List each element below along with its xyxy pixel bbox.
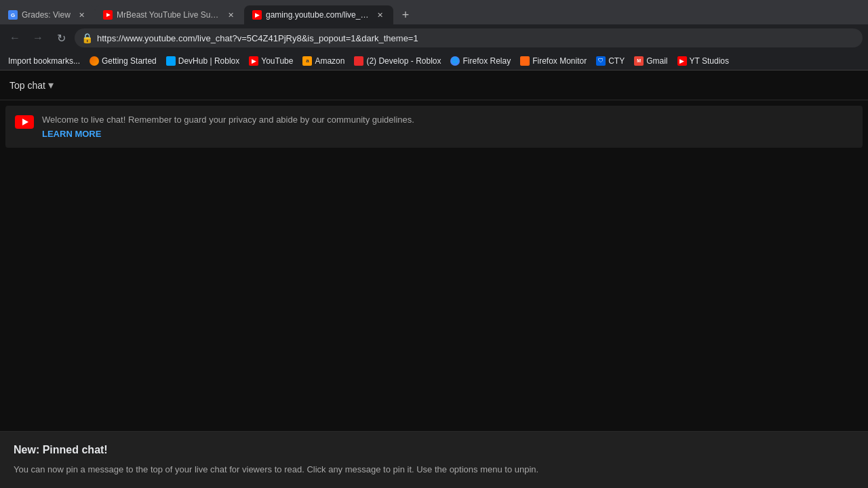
refresh-button[interactable]: ↻	[52, 28, 71, 47]
bookmark-amazon[interactable]: a Amazon	[298, 55, 349, 67]
bookmark-youtube-favicon: ▶	[249, 56, 258, 66]
bookmark-import-label: Import bookmarks...	[8, 56, 80, 66]
url-display: https://www.youtube.com/live_chat?v=5C4Z…	[97, 33, 856, 43]
tab-grades-title: Grades: View	[22, 10, 72, 20]
bookmark-firefox-monitor-label: Firefox Monitor	[532, 56, 587, 66]
top-chat-selector[interactable]: Top chat ▾	[9, 79, 54, 92]
youtube-logo-icon	[15, 115, 34, 129]
bookmark-cty-favicon: 🛡	[596, 56, 606, 66]
bookmark-getting-started[interactable]: Getting Started	[85, 55, 161, 67]
bookmark-devhub-label: DevHub | Roblox	[178, 56, 240, 66]
forward-button[interactable]: →	[28, 28, 47, 47]
bookmark-getting-started-label: Getting Started	[102, 56, 157, 66]
bookmark-gmail[interactable]: M Gmail	[630, 55, 671, 67]
tab-gaming-close[interactable]: ✕	[374, 9, 385, 20]
welcome-text-container: Welcome to live chat! Remember to guard …	[42, 114, 853, 140]
bookmark-yt-studios-label: YT Studios	[690, 56, 729, 66]
tab-mrbeast-title: MrBeast YouTube Live Subscri...	[117, 10, 221, 20]
welcome-banner: Welcome to live chat! Remember to guard …	[5, 106, 863, 148]
welcome-message-text: Welcome to live chat! Remember to guard …	[42, 114, 853, 126]
bookmark-getting-started-favicon	[90, 56, 99, 66]
bookmark-cty-label: CTY	[608, 56, 625, 66]
tab-mrbeast-close[interactable]: ✕	[225, 9, 236, 20]
bookmark-import[interactable]: Import bookmarks...	[4, 55, 84, 67]
bookmark-develop-roblox-label: (2) Develop - Roblox	[366, 56, 441, 66]
tab-grades-favicon: G	[8, 10, 18, 20]
bookmark-firefox-relay-label: Firefox Relay	[462, 56, 511, 66]
bookmark-firefox-relay[interactable]: 🌐 Firefox Relay	[446, 55, 515, 67]
tab-bar: G Grades: View ✕ ▶ MrBeast YouTube Live …	[0, 0, 868, 24]
tab-gaming-favicon: ▶	[252, 10, 262, 20]
learn-more-link[interactable]: LEARN MORE	[42, 129, 101, 139]
security-icon: 🔒	[81, 33, 93, 43]
page-content: Top chat ▾ Welcome to live chat! Remembe…	[0, 70, 868, 488]
bookmark-devhub[interactable]: DevHub | Roblox	[162, 55, 244, 67]
bookmark-amazon-label: Amazon	[315, 56, 344, 66]
bookmark-amazon-favicon: a	[302, 56, 312, 66]
bookmark-devhub-favicon	[166, 56, 176, 66]
bookmark-youtube[interactable]: ▶ YouTube	[245, 55, 297, 67]
new-tab-button[interactable]: +	[396, 5, 415, 24]
tab-grades[interactable]: G Grades: View ✕	[0, 5, 95, 24]
bookmark-firefox-relay-favicon: 🌐	[450, 56, 460, 66]
pinned-chat-description: You can now pin a message to the top of …	[14, 463, 854, 476]
bookmark-youtube-label: YouTube	[261, 56, 293, 66]
tab-gaming-title: gaming.youtube.com/live_chat...	[266, 10, 370, 20]
address-bar[interactable]: 🔒 https://www.youtube.com/live_chat?v=5C…	[75, 28, 863, 47]
bookmark-yt-studios[interactable]: ▶ YT Studios	[673, 55, 733, 67]
tab-mrbeast[interactable]: ▶ MrBeast YouTube Live Subscri... ✕	[95, 5, 244, 24]
browser-window: G Grades: View ✕ ▶ MrBeast YouTube Live …	[0, 0, 868, 488]
tab-mrbeast-favicon: ▶	[103, 10, 113, 20]
bookmark-gmail-label: Gmail	[646, 56, 667, 66]
bookmarks-bar: Import bookmarks... Getting Started DevH…	[0, 52, 868, 70]
back-button[interactable]: ←	[5, 28, 24, 47]
pinned-chat-title: New: Pinned chat!	[14, 444, 854, 456]
bookmark-cty[interactable]: 🛡 CTY	[592, 55, 629, 67]
bookmark-yt-studios-favicon: ▶	[677, 56, 687, 66]
nav-bar: ← → ↻ 🔒 https://www.youtube.com/live_cha…	[0, 24, 868, 52]
tab-grades-close[interactable]: ✕	[76, 9, 87, 20]
bookmark-develop-roblox[interactable]: (2) Develop - Roblox	[350, 55, 445, 67]
bookmark-gmail-favicon: M	[634, 56, 644, 66]
top-chat-header: Top chat ▾	[0, 70, 868, 100]
bookmark-firefox-monitor[interactable]: Firefox Monitor	[516, 55, 591, 67]
pinned-chat-panel: New: Pinned chat! You can now pin a mess…	[0, 431, 868, 489]
bookmark-firefox-monitor-favicon	[520, 56, 530, 66]
top-chat-label-text: Top chat	[9, 80, 45, 91]
tab-gaming[interactable]: ▶ gaming.youtube.com/live_chat... ✕	[244, 5, 393, 24]
bookmark-develop-roblox-favicon	[354, 56, 363, 66]
top-chat-chevron-icon: ▾	[48, 79, 54, 92]
